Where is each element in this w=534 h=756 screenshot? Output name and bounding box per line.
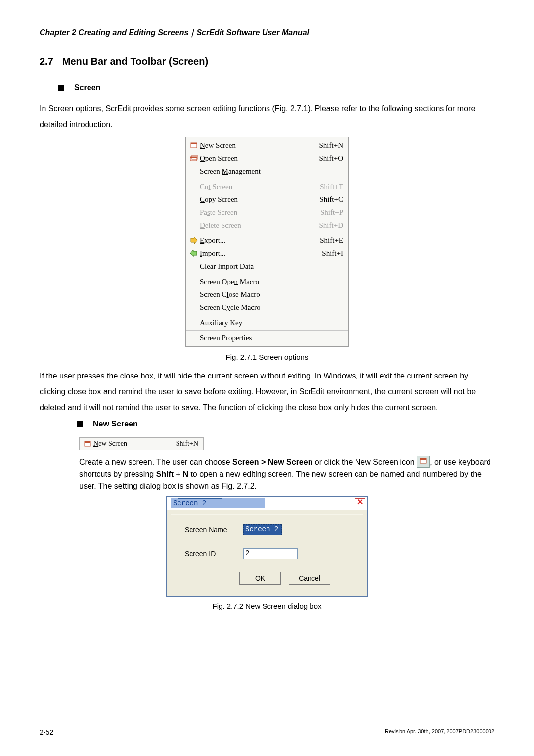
menu-item-shortcut: Shift+T bbox=[320, 183, 343, 191]
menu-item-label: Screen Open Macro bbox=[200, 278, 343, 286]
new-screen-icon bbox=[82, 440, 93, 447]
new-screen-icon bbox=[417, 456, 430, 468]
bullet-icon bbox=[77, 421, 83, 427]
revision-stamp: Revision Apr. 30th, 2007, 2007PDD2300000… bbox=[385, 728, 494, 736]
menu-item-label: Import... bbox=[200, 249, 322, 258]
menu-item[interactable]: Import...Shift+I bbox=[186, 247, 348, 260]
mini-menu-new-screen: New Screen Shift+N bbox=[79, 437, 204, 450]
svg-marker-6 bbox=[190, 250, 197, 257]
menu-item-label: Paste Screen bbox=[200, 208, 320, 217]
menu-item: Delete ScreenShift+D bbox=[186, 219, 348, 232]
ok-button[interactable]: OK bbox=[239, 572, 281, 585]
screen-menu: New ScreenShift+NOpen ScreenShift+OScree… bbox=[185, 137, 349, 347]
menu-item[interactable]: Open ScreenShift+O bbox=[186, 152, 348, 165]
screen-name-label: Screen Name bbox=[185, 526, 234, 534]
open-icon bbox=[188, 155, 200, 162]
menu-item-shortcut: Shift+P bbox=[320, 208, 343, 217]
paragraph-2: If the user presses the close box, it wi… bbox=[40, 368, 494, 416]
svg-rect-10 bbox=[420, 458, 426, 460]
menu-item-label: Screen Close Macro bbox=[200, 290, 343, 299]
menu-item[interactable]: Screen Close Macro bbox=[186, 288, 348, 301]
menu-item[interactable]: Screen Open Macro bbox=[186, 275, 348, 288]
menu-item-label: Auxiliary Key bbox=[200, 319, 343, 327]
bullet-new-screen: New Screen bbox=[93, 420, 138, 428]
new-icon bbox=[188, 142, 200, 149]
figure-caption-2: Fig. 2.7.2 New Screen dialog box bbox=[40, 602, 494, 610]
cancel-button[interactable]: Cancel bbox=[289, 572, 330, 585]
dialog-title: Screen_2 bbox=[171, 498, 265, 508]
svg-rect-1 bbox=[191, 143, 197, 144]
menu-item-label: Delete Screen bbox=[200, 221, 319, 230]
menu-item: Paste ScreenShift+P bbox=[186, 206, 348, 219]
menu-item[interactable]: New ScreenShift+N bbox=[186, 139, 348, 152]
menu-item[interactable]: Clear Import Data bbox=[186, 260, 348, 273]
paragraph-3: Create a new screen. The user can choose… bbox=[79, 456, 494, 492]
menu-item-shortcut: Shift+E bbox=[320, 236, 343, 245]
section-heading: 2.7Menu Bar and Toolbar (Screen) bbox=[40, 56, 494, 67]
menu-item-new-screen[interactable]: New Screen Shift+N bbox=[80, 438, 203, 450]
menu-item-label: Export... bbox=[200, 236, 320, 245]
svg-rect-8 bbox=[85, 441, 90, 443]
menu-item[interactable]: Export...Shift+E bbox=[186, 234, 348, 247]
menu-item-shortcut: Shift+I bbox=[322, 249, 343, 258]
menu-item-label: Screen Cycle Macro bbox=[200, 303, 343, 312]
bullet-icon bbox=[58, 85, 64, 91]
menu-item-label: Clear Import Data bbox=[200, 262, 343, 271]
close-icon[interactable]: ✕ bbox=[355, 498, 365, 508]
menu-item[interactable]: Screen Management bbox=[186, 165, 348, 178]
import-icon bbox=[188, 250, 200, 257]
menu-item-shortcut: Shift+D bbox=[319, 221, 343, 230]
menu-item-label: Copy Screen bbox=[200, 195, 319, 204]
screen-id-field[interactable]: 2 bbox=[243, 548, 298, 559]
figure-caption-1: Fig. 2.7.1 Screen options bbox=[40, 353, 494, 361]
svg-rect-3 bbox=[190, 157, 197, 158]
bullet-screen: Screen bbox=[74, 83, 100, 92]
menu-item[interactable]: Screen Cycle Macro bbox=[186, 301, 348, 314]
menu-item-shortcut: Shift+N bbox=[319, 142, 343, 150]
export-icon bbox=[188, 237, 200, 244]
menu-item-label: Screen Management bbox=[200, 167, 343, 176]
new-screen-dialog: Screen_2 ✕ Screen Name Screen_2 Screen I… bbox=[166, 496, 368, 597]
menu-item-label: New Screen bbox=[200, 142, 319, 150]
menu-item-shortcut: Shift+O bbox=[319, 154, 343, 163]
screen-name-field[interactable]: Screen_2 bbox=[243, 524, 282, 535]
menu-item-shortcut: Shift+C bbox=[319, 195, 343, 204]
menu-item-label: Cut Screen bbox=[200, 183, 320, 191]
menu-item-label: Screen Properties bbox=[200, 334, 343, 342]
screen-id-label: Screen ID bbox=[185, 550, 234, 558]
menu-item[interactable]: Screen Properties bbox=[186, 331, 348, 344]
menu-item-label: Open Screen bbox=[200, 154, 319, 163]
menu-item[interactable]: Auxiliary Key bbox=[186, 316, 348, 329]
running-header: Chapter 2 Creating and Editing Screens｜S… bbox=[40, 28, 494, 38]
menu-item[interactable]: Copy ScreenShift+C bbox=[186, 193, 348, 206]
menu-item: Cut ScreenShift+T bbox=[186, 180, 348, 193]
svg-marker-5 bbox=[191, 237, 197, 244]
paragraph-1: In Screen options, ScrEdit provides some… bbox=[40, 101, 494, 133]
page-number: 2-52 bbox=[40, 728, 53, 736]
